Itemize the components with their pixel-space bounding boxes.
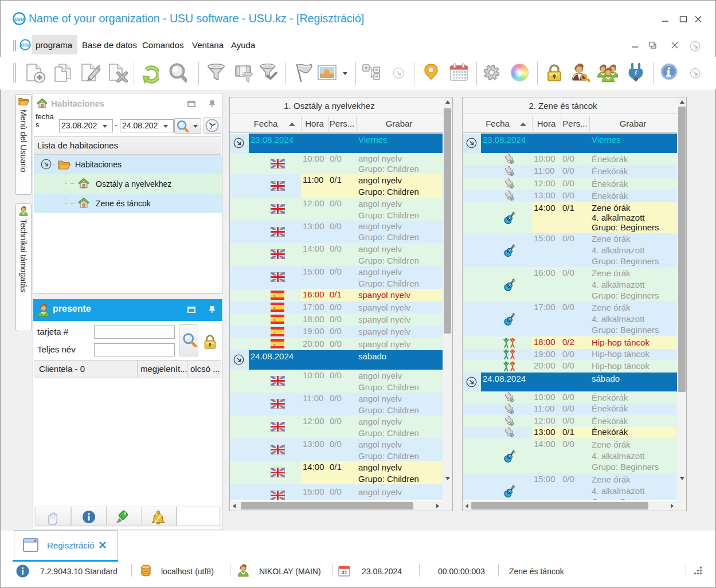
svg-text:s: s [273, 317, 275, 322]
svg-text:31: 31 [341, 569, 347, 575]
svg-text:s: s [273, 305, 275, 309]
svg-text:s: s [273, 342, 275, 346]
svg-text:usu: usu [21, 42, 30, 48]
svg-text:s: s [273, 293, 275, 297]
svg-text:s: s [273, 330, 275, 334]
svg-text:usu: usu [14, 15, 24, 22]
